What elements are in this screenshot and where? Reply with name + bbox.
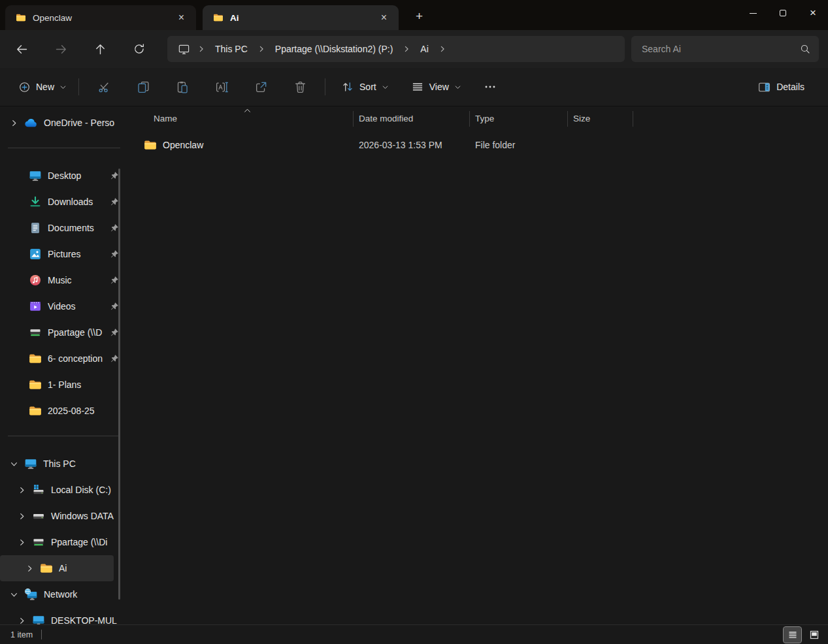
share-button[interactable]	[248, 74, 274, 99]
chevron-right-icon[interactable]	[254, 45, 269, 53]
chevron-down-icon	[59, 84, 67, 91]
back-button[interactable]	[8, 37, 35, 61]
sidebar-item-label: Ppartage (\\Di	[51, 537, 123, 547]
downloads-icon	[29, 195, 42, 208]
new-plus-icon	[18, 81, 31, 93]
breadcrumb-item-ppartage[interactable]: Ppartage (\\Diskstation2) (P:)	[269, 40, 400, 57]
refresh-button[interactable]	[126, 37, 152, 61]
sidebar-item-label: 6- conception	[48, 353, 104, 364]
sidebar-item-desktop-mul[interactable]: DESKTOP-MUL	[0, 607, 128, 624]
share-icon	[254, 80, 268, 94]
breadcrumb-item-this-pc[interactable]: This PC	[208, 40, 254, 57]
paste-button[interactable]	[169, 74, 195, 99]
rename-button[interactable]	[208, 74, 235, 99]
details-button[interactable]: Details	[751, 74, 811, 99]
delete-icon	[293, 80, 307, 94]
documents-icon	[29, 221, 42, 234]
chevron-right-icon[interactable]	[25, 564, 34, 573]
chevron-right-icon[interactable]	[17, 617, 26, 625]
pin-icon	[110, 276, 119, 285]
onedrive-cloud-icon	[24, 116, 38, 130]
chevron-right-icon[interactable]	[17, 486, 26, 494]
file-row-openclaw[interactable]: Openclaw 2026-03-13 1:53 PM File folder	[128, 134, 828, 156]
pin-icon	[110, 171, 119, 180]
sidebar-item-windows-data[interactable]: Windows DATA	[0, 503, 128, 529]
details-view-toggle-button[interactable]	[784, 627, 801, 643]
network-drive-icon	[32, 536, 45, 549]
up-icon	[93, 42, 107, 56]
sidebar-item-pictures[interactable]: Pictures	[0, 241, 128, 267]
new-tab-button[interactable]: +	[409, 8, 429, 25]
close-button[interactable]: ×	[798, 0, 828, 26]
sidebar-item-ppartage-drive[interactable]: Ppartage (\\Di	[0, 529, 128, 555]
sidebar-item-this-pc[interactable]: This PC	[0, 451, 128, 477]
copy-button[interactable]	[130, 74, 156, 99]
delete-button[interactable]	[287, 74, 313, 99]
column-header-size[interactable]: Size	[568, 111, 633, 127]
cut-button[interactable]	[91, 74, 117, 99]
chevron-right-icon[interactable]	[17, 538, 26, 547]
sidebar-item-onedrive[interactable]: OneDrive - Perso	[0, 110, 128, 136]
sidebar-item-1-plans[interactable]: 1- Plans	[0, 372, 128, 398]
view-button[interactable]: View	[405, 74, 468, 99]
sort-button[interactable]: Sort	[335, 74, 395, 99]
forward-icon	[54, 42, 68, 56]
more-icon	[483, 80, 497, 94]
chevron-down-icon	[454, 84, 461, 91]
sidebar-item-2025-08-25[interactable]: 2025-08-25	[0, 398, 128, 424]
sidebar-item-label: Downloads	[48, 197, 104, 207]
sidebar-item-ppartage[interactable]: Ppartage (\\D	[0, 319, 128, 346]
sidebar-item-label: Music	[48, 275, 104, 285]
sidebar-item-desktop[interactable]: Desktop	[0, 163, 128, 189]
close-tab-icon[interactable]: ×	[174, 11, 188, 24]
folder-icon	[29, 352, 42, 365]
sidebar-item-label: Network	[44, 589, 123, 600]
pin-icon	[110, 354, 119, 363]
chevron-down-icon[interactable]	[9, 590, 18, 599]
sidebar-item-label: Ppartage (\\D	[48, 327, 104, 338]
sidebar-item-videos[interactable]: Videos	[0, 293, 128, 319]
search-input[interactable]	[642, 44, 799, 54]
sidebar-item-documents[interactable]: Documents	[0, 215, 128, 241]
sidebar-item-label: OneDrive - Perso	[44, 118, 123, 128]
forward-button[interactable]	[48, 37, 74, 61]
chevron-down-icon[interactable]	[9, 460, 18, 468]
sidebar-item-6-conception[interactable]: 6- conception	[0, 346, 128, 372]
tab-openclaw[interactable]: Openclaw ×	[5, 5, 196, 30]
close-tab-icon[interactable]: ×	[377, 11, 391, 24]
sidebar-item-ai[interactable]: Ai	[0, 555, 114, 581]
up-button[interactable]	[87, 37, 113, 61]
minimize-button[interactable]	[738, 0, 768, 26]
column-headers: Name Date modified Type Size	[128, 106, 828, 131]
folder-icon	[40, 562, 53, 575]
sidebar-item-local-disk-c[interactable]: Local Disk (C:)	[0, 477, 128, 503]
breadcrumb-root-icon-button[interactable]	[174, 40, 194, 59]
breadcrumb-item-ai[interactable]: Ai	[414, 40, 435, 57]
minimize-icon	[750, 13, 757, 14]
sidebar-scrollbar[interactable]	[118, 169, 120, 600]
icons-view-icon	[809, 630, 820, 640]
sidebar-item-label: Pictures	[48, 249, 104, 259]
sidebar-item-downloads[interactable]: Downloads	[0, 189, 128, 215]
column-header-name[interactable]: Name	[128, 111, 354, 127]
breadcrumb: This PC Ppartage (\\Diskstation2) (P:) A…	[167, 36, 625, 62]
tab-ai[interactable]: Ai ×	[203, 5, 399, 30]
chevron-right-icon[interactable]	[435, 45, 450, 53]
column-header-date-modified[interactable]: Date modified	[354, 111, 470, 127]
more-button[interactable]	[477, 74, 503, 99]
window-controls: ×	[738, 0, 828, 26]
new-button-label: New	[36, 82, 54, 92]
chevron-right-icon[interactable]	[9, 119, 18, 127]
local-disk-icon	[32, 483, 45, 496]
column-header-type[interactable]: Type	[470, 111, 568, 127]
sidebar-item-music[interactable]: Music	[0, 267, 128, 293]
chevron-right-icon[interactable]	[17, 512, 26, 521]
sidebar-item-network[interactable]: Network	[0, 581, 128, 607]
view-icon	[411, 80, 424, 93]
chevron-right-icon[interactable]	[399, 45, 414, 53]
maximize-button[interactable]	[768, 0, 798, 26]
new-button[interactable]: New	[12, 74, 73, 99]
chevron-right-icon[interactable]	[194, 45, 208, 53]
search-icon[interactable]	[799, 43, 811, 55]
large-icons-view-toggle-button[interactable]	[805, 627, 823, 643]
